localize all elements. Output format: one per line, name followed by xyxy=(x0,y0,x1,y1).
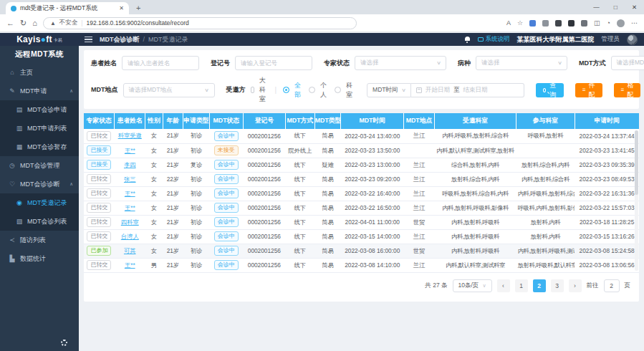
patient-name-link[interactable]: 王** xyxy=(125,204,135,211)
sidebar-item-mdt-consult-draft[interactable]: ▦MDT会诊暂存 xyxy=(0,138,79,156)
search-button[interactable]: 查询 xyxy=(536,83,564,97)
prev-page-button[interactable]: ‹ xyxy=(497,279,510,292)
chevron-down-icon: ∨ xyxy=(436,60,441,66)
patient-name-link[interactable]: 王** xyxy=(125,261,135,269)
radio-all-label[interactable]: 全部 xyxy=(294,81,301,100)
extension-icon[interactable] xyxy=(568,20,575,27)
browser-profile-icon[interactable] xyxy=(617,19,625,27)
register-no-input[interactable] xyxy=(235,56,312,70)
address-bar[interactable]: ▲ 不安全 | 192.168.0.156:9002/consultate/re… xyxy=(43,17,357,29)
condition-config-button[interactable]: ≡ 条件配置 xyxy=(575,83,602,97)
favorite-star-icon[interactable]: ☆ xyxy=(517,19,523,27)
minimize-icon[interactable]: — xyxy=(586,4,607,11)
sidebar-item-mdt-invited-record[interactable]: ◉MDT受邀记录 xyxy=(0,193,79,212)
settings-gear-icon[interactable] xyxy=(61,340,67,346)
extension-icon[interactable] xyxy=(542,20,549,27)
extension-icon[interactable] xyxy=(581,20,587,27)
age-cell: 21岁 xyxy=(163,186,183,201)
big-dept-label[interactable]: 大科室 xyxy=(259,76,269,104)
browser-tab-bar: mdt受邀记录 - 远程MDT系统 ✕ + — □ ✕ xyxy=(0,0,644,14)
user-avatar[interactable] xyxy=(627,34,638,45)
sidebar-item-mdt-consult-apply[interactable]: ▤MDT会诊申请 xyxy=(0,100,79,119)
browser-tab[interactable]: mdt受邀记录 - 远程MDT系统 ✕ xyxy=(6,2,129,14)
patient-name-link[interactable]: 张三 xyxy=(124,176,136,183)
next-page-button[interactable]: › xyxy=(569,279,582,292)
radio-personal[interactable] xyxy=(309,87,315,93)
goto-page-input[interactable] xyxy=(604,279,620,292)
chevron-down-icon: ∨ xyxy=(401,87,406,93)
expert-status-select[interactable]: 请选择∨ xyxy=(355,56,446,70)
table-body: 已转交科室受邀女21岁初诊会诊中0002001256线下简易2022-03-24… xyxy=(84,129,639,272)
radio-dept-label[interactable]: 科室 xyxy=(346,81,352,100)
monitor-icon xyxy=(478,37,484,42)
patient-name-link[interactable]: 科室受邀 xyxy=(118,132,142,139)
home-icon[interactable]: ⌂ xyxy=(32,19,37,27)
refresh-icon[interactable]: ↻ xyxy=(20,19,27,28)
more-menu-icon[interactable]: ⋯ xyxy=(631,19,638,27)
back-icon[interactable]: ← xyxy=(6,19,14,27)
table-config-button[interactable]: ≡ 表格配置 xyxy=(614,83,641,97)
mdt-type-cell: 简易 xyxy=(314,129,341,143)
sidebar-item-home[interactable]: ⌂主页 xyxy=(0,63,79,82)
radio-all[interactable] xyxy=(283,87,289,93)
page-size-select[interactable]: 10条/页∨ xyxy=(453,279,492,292)
chevron-up-icon: ∧ xyxy=(69,88,73,94)
table-scrollbar[interactable] xyxy=(635,130,638,271)
sidebar-item-mdt-apply-list[interactable]: ▥MDT申请列表 xyxy=(0,119,79,138)
mdt-mode-cell: 线下 xyxy=(285,215,314,229)
disease-select[interactable]: 请选择∨ xyxy=(476,56,567,70)
patient-name-link[interactable]: 四科室 xyxy=(121,218,139,226)
maximize-icon[interactable]: □ xyxy=(607,4,625,11)
mdt-place-select[interactable]: 请选择MDT地点∨ xyxy=(123,83,215,97)
mdt-mode-select[interactable]: 请选择MDT方式∨ xyxy=(611,56,644,70)
patient-name-link[interactable]: 李四 xyxy=(124,161,136,168)
apply-type-cell: 复诊 xyxy=(183,158,210,172)
apply-type-cell: 初诊 xyxy=(183,229,210,244)
records-table: 专家状态患者姓名性别年龄申请类型MDT状态登记号MDT方式MDT类型MDT时间M… xyxy=(84,113,639,273)
breadcrumb-separator: / xyxy=(143,36,145,43)
browser-essentials-icon[interactable]: ◔ xyxy=(607,19,610,27)
patient-name-link[interactable]: 王** xyxy=(125,147,135,154)
column-header: MDT地点 xyxy=(404,113,435,129)
close-icon[interactable]: ✕ xyxy=(625,4,644,11)
tab-close-icon[interactable]: ✕ xyxy=(119,5,124,11)
menu-collapse-icon[interactable] xyxy=(85,37,92,43)
time-field-select[interactable]: MDT时间∨ xyxy=(367,83,411,97)
patient-name-link[interactable]: 王** xyxy=(125,190,135,197)
sex-cell: 女 xyxy=(145,201,163,215)
page-button-3[interactable]: 3 xyxy=(551,279,564,292)
read-aloud-icon[interactable]: A xyxy=(506,19,511,27)
page-button-2[interactable]: 2 xyxy=(533,279,546,292)
sidebar-item-mdt-consult-diagnose[interactable]: ♡MDT会诊诊断∧ xyxy=(0,175,79,193)
bell-icon[interactable] xyxy=(464,37,471,43)
patient-name-input[interactable] xyxy=(122,56,199,70)
mdt-time-cell: 2022-03-15 14:00:00 xyxy=(341,229,404,244)
extension-icon[interactable] xyxy=(529,20,536,27)
extension-icon[interactable] xyxy=(555,20,562,27)
patient-name-link[interactable]: 台湾人 xyxy=(121,233,139,240)
join-depts-cell: 放射科,综合科,内科 xyxy=(516,158,575,172)
mdt-status-cell: 会诊中 xyxy=(209,244,243,258)
mdt-place-cell: 兰江 xyxy=(404,172,435,186)
apply-time-cell: 2022-03-23 08:49:53 xyxy=(575,172,639,186)
date-range-picker[interactable]: 开始日期 至 结束日期 xyxy=(411,83,524,97)
patient-name-link[interactable]: 可其 xyxy=(124,247,136,254)
radio-dept[interactable] xyxy=(335,87,341,93)
sidebar-item-mdt-consult-manage[interactable]: ◷MDT会诊管理 xyxy=(0,156,79,175)
logo-text: Kayis●ft xyxy=(16,34,52,44)
sidebar-item-data-statistics[interactable]: ▙数据统计 xyxy=(0,249,79,268)
sidebar-item-followup-list[interactable]: ≺随访列表 xyxy=(0,231,79,249)
expert-status-badge: 已转交 xyxy=(87,174,111,184)
system-help-link[interactable]: 系统说明 xyxy=(478,35,510,44)
page-button-1[interactable]: 1 xyxy=(515,279,528,292)
split-screen-icon[interactable]: ◫ xyxy=(594,19,600,27)
sidebar-item-mdt-consult-list[interactable]: ▧MDT会诊列表 xyxy=(0,212,79,231)
breadcrumb-parent[interactable]: MDT会诊诊断 xyxy=(100,35,140,44)
mdt-status-badge: 会诊中 xyxy=(214,217,239,227)
sidebar-item-mdt-apply[interactable]: ✎MDT申请∧ xyxy=(0,82,79,100)
column-header: MDT时间 xyxy=(341,113,404,129)
radio-personal-label[interactable]: 个人 xyxy=(320,81,327,100)
config-icon: ≡ xyxy=(582,87,586,93)
new-tab-button[interactable]: + xyxy=(136,2,140,14)
big-dept-checkbox[interactable] xyxy=(251,87,254,93)
